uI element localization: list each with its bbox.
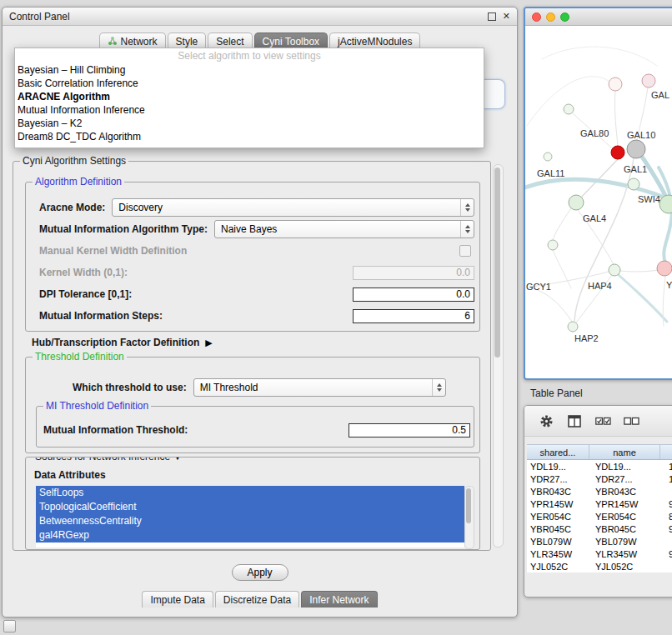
network-node[interactable] [609, 264, 620, 276]
attributes-scrollbar[interactable] [464, 486, 474, 549]
data-attribute-item[interactable]: gal4RGexp [36, 528, 464, 542]
table-row[interactable]: YBR043CYBR043C [527, 485, 672, 498]
column-header[interactable]: shared... [527, 445, 589, 459]
data-attribute-item[interactable]: BetweennessCentrality [36, 514, 464, 528]
hub-definition-label: Hub/Transcription Factor Definition [32, 337, 199, 348]
table-row[interactable]: YDR27...YDR27...12 [527, 472, 672, 485]
tab-cyni-toolbox[interactable]: Cyni Toolbox [254, 32, 328, 49]
kernel-width-label: Kernel Width (0,1): [39, 267, 128, 278]
collapse-down-icon[interactable]: ▼ [173, 457, 182, 463]
float-square-icon [488, 12, 496, 21]
table-cell: YBR045C [527, 522, 592, 535]
settings-scrollbar[interactable] [493, 164, 504, 548]
table-row[interactable]: YER054CYER054C8. [527, 510, 672, 522]
network-node[interactable] [568, 322, 578, 332]
dpi-tolerance-input[interactable] [353, 288, 474, 302]
float-window-icon[interactable] [488, 12, 496, 21]
network-graph: GALGAL80GAL10GAL11GAL1SWI4GAL4GCY1HAP4YH… [525, 26, 672, 378]
tab-label: jActiveMNodules [338, 36, 412, 48]
gear-icon[interactable] [538, 412, 554, 429]
algorithm-option[interactable]: ARACNE Algorithm [15, 90, 484, 103]
select-all-icon[interactable] [594, 412, 611, 429]
data-attributes-list[interactable]: SelfLoopsTopologicalCoefficientBetweenne… [36, 486, 464, 548]
network-node[interactable] [657, 261, 672, 276]
network-node[interactable] [627, 140, 645, 158]
data-attribute-item[interactable]: TopologicalCoefficient [36, 500, 464, 514]
network-node[interactable] [611, 146, 624, 159]
tab-select[interactable]: Select [208, 32, 252, 49]
network-edge [620, 270, 659, 272]
tab-infer-network[interactable]: Infer Network [301, 591, 377, 608]
minimize-traffic-light-icon[interactable] [546, 12, 555, 22]
network-node[interactable] [564, 104, 574, 114]
dropdown-placeholder: Select algorithm to view settings [15, 48, 484, 63]
algorithm-select-fragment[interactable] [483, 79, 505, 109]
table-cell: 12 [665, 472, 672, 485]
tab-style[interactable]: Style [168, 32, 207, 49]
table-row[interactable]: YPR145WYPR145W9. [527, 498, 672, 510]
kernel-width-input[interactable] [353, 266, 474, 280]
mi-type-select[interactable]: Naive Bayes [214, 220, 474, 238]
node-label: GAL80 [580, 128, 609, 138]
control-panel-titlebar[interactable]: Control Panel ✕ [3, 8, 517, 26]
tab-network[interactable]: Network [99, 32, 166, 49]
scrollbar-thumb[interactable] [494, 168, 500, 358]
table-cell: 9. [665, 548, 672, 560]
table-row[interactable]: YJL052CYJL052C [527, 560, 672, 572]
network-node[interactable] [642, 74, 655, 88]
manual-kernel-checkbox[interactable] [459, 245, 471, 257]
column-header[interactable] [660, 445, 672, 459]
deselect-all-icon[interactable] [623, 412, 639, 429]
network-edge [542, 47, 657, 66]
tab-jactivemnodules[interactable]: jActiveMNodules [329, 32, 420, 49]
column-header[interactable]: name [589, 445, 660, 459]
scrollbar-thumb[interactable] [466, 488, 471, 523]
network-node[interactable] [628, 178, 639, 190]
stepper-icon [460, 221, 474, 238]
table-row[interactable]: YBR045CYBR045C9. [527, 522, 672, 535]
table-cell: YBR043C [527, 485, 592, 498]
tab-discretize-data[interactable]: Discretize Data [215, 591, 299, 608]
algorithm-option[interactable]: Mutual Information Inference [15, 103, 484, 117]
hub-definition-toggle[interactable]: Hub/Transcription Factor Definition ▶ [32, 337, 213, 348]
network-node[interactable] [609, 78, 622, 91]
table-panel-window: shared...name YDL19...YDL19...13YDR27...… [524, 405, 672, 598]
sources-group: Sources for Network Inference ▼ Data Att… [25, 457, 480, 550]
table-row[interactable]: YLR345WYLR345W9. [527, 548, 672, 560]
network-canvas[interactable]: GALGAL80GAL10GAL11GAL1SWI4GAL4GCY1HAP4YH… [525, 26, 672, 378]
data-attribute-item[interactable]: SelfLoops [36, 486, 464, 500]
zoom-traffic-light-icon[interactable] [560, 12, 569, 22]
algorithm-option[interactable]: Basic Correlation Inference [15, 77, 484, 90]
sources-title-text: Sources for Network Inference [35, 457, 170, 463]
close-traffic-light-icon[interactable] [532, 12, 541, 22]
algorithm-option[interactable]: Bayesian – K2 [15, 117, 484, 130]
network-view-window[interactable]: GALGAL80GAL10GAL11GAL1SWI4GAL4GCY1HAP4YH… [524, 7, 672, 380]
algorithm-dropdown: Select algorithm to view settings Bayesi… [14, 48, 484, 148]
close-window-icon[interactable]: ✕ [503, 12, 510, 21]
node-label: HAP4 [588, 281, 612, 291]
which-threshold-select[interactable]: MI Threshold [193, 378, 446, 397]
network-node[interactable] [548, 240, 558, 250]
mi-steps-input[interactable] [353, 309, 474, 323]
algorithm-option[interactable]: Dream8 DC_TDC Algorithm [15, 130, 484, 143]
tab-label: Impute Data [150, 594, 204, 606]
aracne-mode-select[interactable]: Discovery [112, 198, 474, 217]
table-cell: YLR345W [527, 548, 592, 560]
columns-icon[interactable] [566, 412, 583, 429]
mi-steps-row: Mutual Information Steps: [39, 308, 474, 324]
network-node[interactable] [544, 152, 552, 161]
network-window-titlebar[interactable] [525, 8, 672, 26]
mi-threshold-input[interactable] [349, 423, 470, 438]
algorithm-option[interactable]: Bayesian – Hill Climbing [15, 63, 484, 77]
tab-label: Style [176, 36, 198, 48]
tab-label: Cyni Toolbox [263, 36, 319, 48]
panel-grip-icon[interactable] [3, 620, 16, 632]
table-body: YDL19...YDL19...13YDR27...YDR27...12YBR0… [527, 460, 672, 572]
node-label: GAL [651, 90, 669, 100]
dpi-tolerance-label: DPI Tolerance [0,1]: [39, 288, 132, 300]
table-row[interactable]: YBL079WYBL079W [527, 535, 672, 548]
tab-impute-data[interactable]: Impute Data [142, 591, 213, 608]
apply-button[interactable]: Apply [232, 564, 288, 581]
table-row[interactable]: YDL19...YDL19...13 [527, 460, 672, 472]
network-node[interactable] [569, 195, 584, 210]
